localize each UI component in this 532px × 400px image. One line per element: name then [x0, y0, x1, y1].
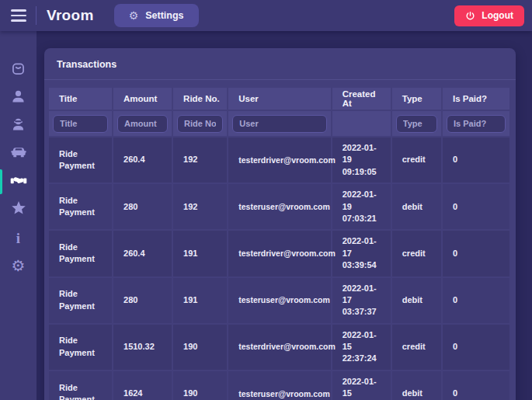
- filter-input-user[interactable]: [232, 115, 326, 133]
- cell-amount: 1624: [113, 371, 173, 400]
- column-header-type[interactable]: Type: [392, 88, 443, 111]
- cell-type: debit: [392, 184, 443, 231]
- cell-amount: 280: [113, 184, 173, 231]
- star-icon: [10, 200, 27, 220]
- sidebar-item-cars[interactable]: [0, 140, 37, 168]
- cell-ride_no: 192: [173, 184, 228, 231]
- hamburger-menu-icon[interactable]: [11, 9, 26, 21]
- cell-user: testeruser@vroom.com: [228, 184, 332, 231]
- cell-is_paid: 0: [443, 231, 509, 277]
- table-row: Ride Payment280191testeruser@vroom.com20…: [49, 278, 509, 325]
- table-row: Ride Payment280192testeruser@vroom.com20…: [49, 184, 509, 231]
- cell-created_at: 2022-01-19 07:03:21: [332, 184, 392, 231]
- table-header-row: Title Amount Ride No. User Created At Ty…: [49, 88, 509, 111]
- filter-input-amount[interactable]: [117, 115, 168, 133]
- cell-title: Ride Payment: [49, 184, 113, 231]
- cell-is_paid: 0: [443, 137, 509, 184]
- transactions-table: Title Amount Ride No. User Created At Ty…: [49, 88, 509, 400]
- cell-title: Ride Payment: [49, 325, 113, 371]
- column-header-ride-no[interactable]: Ride No.: [173, 88, 228, 111]
- sidebar: i ⚙: [0, 31, 37, 400]
- topbar: Vroom ⚙ Settings Logout: [0, 0, 532, 31]
- cell-is_paid: 0: [443, 184, 509, 231]
- driver-icon: [10, 117, 26, 136]
- gear-icon: ⚙: [12, 258, 26, 273]
- filter-input-title[interactable]: [53, 115, 108, 133]
- sidebar-item-store[interactable]: [0, 56, 37, 84]
- logout-button-label: Logout: [482, 10, 513, 21]
- column-header-amount[interactable]: Amount: [113, 88, 173, 111]
- cell-created_at: 2022-01-19 09:19:05: [332, 137, 392, 184]
- filter-input-ride-no[interactable]: [177, 115, 223, 133]
- cell-user: testerdriver@vroom.com: [228, 325, 332, 371]
- cell-type: credit: [392, 231, 443, 277]
- cell-created_at: 2022-01-15 22:37:24: [332, 325, 392, 371]
- filter-input-type[interactable]: [396, 115, 437, 133]
- sidebar-item-transactions[interactable]: [0, 168, 37, 196]
- column-header-user[interactable]: User: [228, 88, 332, 111]
- cell-user: testeruser@vroom.com: [228, 371, 332, 400]
- settings-button[interactable]: ⚙ Settings: [114, 4, 199, 27]
- table-wrap: Title Amount Ride No. User Created At Ty…: [44, 80, 516, 400]
- cell-type: credit: [392, 137, 443, 184]
- settings-button-label: Settings: [145, 10, 183, 21]
- cell-is_paid: 0: [443, 371, 509, 400]
- column-header-title[interactable]: Title: [49, 88, 113, 111]
- cell-is_paid: 0: [443, 278, 509, 325]
- card-title: Transactions: [44, 48, 516, 80]
- table-body: Ride Payment260.4192testerdriver@vroom.c…: [49, 137, 509, 400]
- table-row: Ride Payment260.4192testerdriver@vroom.c…: [49, 137, 509, 184]
- app-title: Vroom: [47, 7, 94, 24]
- cell-is_paid: 0: [443, 325, 509, 371]
- column-header-created-at[interactable]: Created At: [332, 88, 392, 111]
- logout-button[interactable]: Logout: [454, 5, 524, 26]
- table-row: Ride Payment1624190testeruser@vroom.com2…: [49, 371, 509, 400]
- topbar-divider: [36, 6, 37, 25]
- column-header-is-paid[interactable]: Is Paid?: [443, 88, 509, 111]
- cell-user: testerdriver@vroom.com: [228, 137, 332, 184]
- cell-amount: 280: [113, 278, 173, 325]
- gear-icon: ⚙: [129, 10, 139, 21]
- cell-type: debit: [392, 278, 443, 325]
- cell-created_at: 2022-01-17 03:37:37: [332, 278, 392, 325]
- cell-ride_no: 191: [173, 278, 228, 325]
- cell-user: testeruser@vroom.com: [228, 278, 332, 325]
- cell-type: debit: [392, 371, 443, 400]
- cell-amount: 260.4: [113, 137, 173, 184]
- cell-created_at: 2022-01-17 03:39:54: [332, 231, 392, 277]
- sidebar-item-info[interactable]: i: [0, 224, 37, 252]
- table-row: Ride Payment1510.32190testerdriver@vroom…: [49, 325, 509, 371]
- cell-type: credit: [392, 325, 443, 371]
- cell-title: Ride Payment: [49, 371, 113, 400]
- user-icon: [10, 89, 26, 108]
- sidebar-item-ratings[interactable]: [0, 196, 37, 224]
- cell-title: Ride Payment: [49, 137, 113, 184]
- handshake-transactions-icon: [10, 172, 27, 192]
- power-icon: [465, 11, 475, 21]
- filter-row: [49, 111, 509, 137]
- cell-ride_no: 190: [173, 371, 228, 400]
- sidebar-item-drivers[interactable]: [0, 112, 37, 140]
- cell-title: Ride Payment: [49, 231, 113, 277]
- cell-ride_no: 191: [173, 231, 228, 277]
- car-icon: [10, 144, 27, 164]
- sidebar-item-settings[interactable]: ⚙: [0, 252, 37, 280]
- cell-user: testerdriver@vroom.com: [228, 231, 332, 277]
- store-bag-icon: [10, 61, 26, 80]
- cell-created_at: 2022-01-15 22:35:27: [332, 371, 392, 400]
- filter-cell-created-at: [332, 111, 392, 137]
- filter-input-is-paid[interactable]: [447, 115, 506, 133]
- cell-amount: 1510.32: [113, 325, 173, 371]
- cell-title: Ride Payment: [49, 278, 113, 325]
- transactions-card: Transactions Title Amount Ride No. User …: [44, 48, 516, 400]
- cell-ride_no: 192: [173, 137, 228, 184]
- sidebar-item-users[interactable]: [0, 84, 37, 112]
- table-row: Ride Payment260.4191testerdriver@vroom.c…: [49, 231, 509, 277]
- info-icon: i: [16, 231, 20, 245]
- cell-ride_no: 190: [173, 325, 228, 371]
- cell-amount: 260.4: [113, 231, 173, 277]
